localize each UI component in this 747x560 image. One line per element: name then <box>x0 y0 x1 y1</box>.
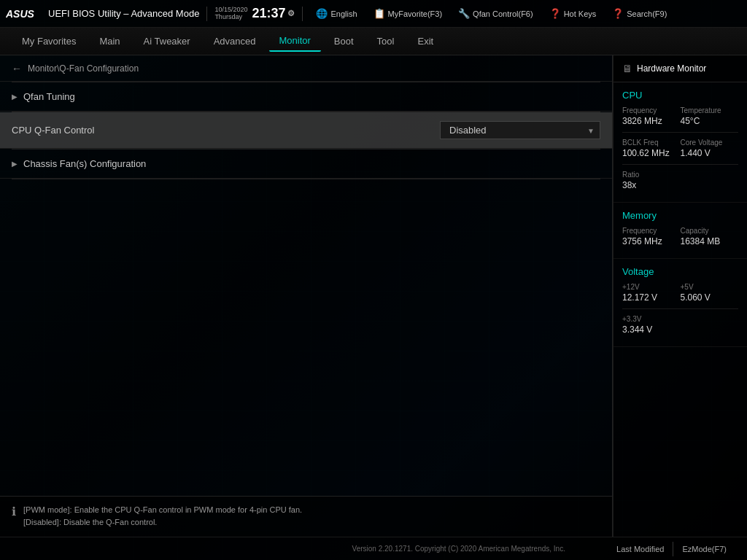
breadcrumb: ← Monitor\Q-Fan Configuration <box>0 55 612 82</box>
mem-freq-label: Frequency <box>622 227 681 235</box>
cpu-ratio-value: 38x <box>622 180 738 190</box>
settings-icon[interactable]: ⚙ <box>287 9 295 18</box>
expand-icon-qfan: ▶ <box>12 93 18 101</box>
svg-text:ASUS: ASUS <box>6 8 35 20</box>
nav-advanced[interactable]: Advanced <box>204 31 266 51</box>
nav-myfavorites[interactable]: My Favorites <box>12 31 86 51</box>
cpu-voltage-value: 1.440 V <box>681 148 739 158</box>
voltage-section-title: Voltage <box>622 266 738 277</box>
nav-exit[interactable]: Exit <box>407 31 444 51</box>
right-panel: 🖥 Hardware Monitor CPU Frequency 3826 MH… <box>613 55 747 537</box>
info-text: [PWM mode]: Enable the CPU Q-Fan control… <box>23 504 302 529</box>
divider-2 <box>302 7 303 21</box>
qfan-tuning-item[interactable]: ▶ Qfan Tuning <box>0 82 612 112</box>
cpu-qfan-dropdown[interactable]: Disabled PWM Mode DC Mode Auto <box>440 121 600 139</box>
mem-freq-value: 3756 MHz <box>622 236 681 246</box>
cpu-voltage-label: Core Voltage <box>681 139 739 147</box>
cpu-bclk-label: BCLK Freq <box>622 139 681 147</box>
top-bar: ASUS UEFI BIOS Utility – Advanced Mode 1… <box>0 0 747 28</box>
v12-label: +12V <box>622 283 681 291</box>
asus-logo: ASUS <box>6 7 41 20</box>
mem-cap-value: 16384 MB <box>681 236 739 246</box>
cpu-qfan-control: Disabled PWM Mode DC Mode Auto <box>440 121 600 139</box>
cpu-divider2 <box>622 164 738 165</box>
date-display: 10/15/2020 Thursday <box>214 7 247 21</box>
voltage-divider <box>622 308 738 309</box>
globe-icon: 🌐 <box>316 8 328 19</box>
qfan-btn[interactable]: 🔧 Qfan Control(F6) <box>452 6 539 21</box>
cpu-voltage-col: Core Voltage 1.440 V <box>681 139 739 158</box>
cpu-freq-label: Frequency <box>622 106 681 114</box>
mem-freq-col: Frequency 3756 MHz <box>622 227 681 246</box>
nav-main[interactable]: Main <box>89 31 130 51</box>
dropdown-wrapper: Disabled PWM Mode DC Mode Auto <box>440 121 600 139</box>
chassis-fan-label: Chassis Fan(s) Configuration <box>23 158 146 169</box>
cpu-section-title: CPU <box>622 90 738 101</box>
mem-freq-row: Frequency 3756 MHz Capacity 16384 MB <box>622 227 738 246</box>
asus-logo-image: ASUS <box>6 7 41 20</box>
cpu-ratio-label: Ratio <box>622 171 738 179</box>
cpu-ratio-col: Ratio 38x <box>622 171 738 190</box>
cpu-ratio-row: Ratio 38x <box>622 171 738 190</box>
v12-value: 12.172 V <box>622 292 681 303</box>
cpu-temp-value: 45°C <box>681 116 739 126</box>
monitor-icon: 🖥 <box>622 63 632 74</box>
ezmode-btn[interactable]: EzMode(F7) <box>673 542 735 556</box>
cpu-qfan-control-item[interactable]: CPU Q-Fan Control Disabled PWM Mode DC M… <box>0 112 612 149</box>
v33-col: +3.3V 3.344 V <box>622 315 738 335</box>
hotkeys-btn[interactable]: ❓ Hot Keys <box>543 6 603 21</box>
mem-cap-label: Capacity <box>681 227 739 235</box>
nav-aitweaker[interactable]: Ai Tweaker <box>133 31 201 51</box>
v33-value: 3.344 V <box>622 324 738 335</box>
divider-1 <box>206 7 207 21</box>
nav-boot[interactable]: Boot <box>324 31 364 51</box>
cpu-divider <box>622 132 738 133</box>
back-arrow-icon[interactable]: ← <box>12 63 22 74</box>
time-display: 21:37 ⚙ <box>252 7 295 21</box>
cpu-temp-col: Temperature 45°C <box>681 106 739 126</box>
hotkeys-icon: ❓ <box>549 8 561 19</box>
chassis-fan-item[interactable]: ▶ Chassis Fan(s) Configuration <box>0 149 612 179</box>
mem-cap-col: Capacity 16384 MB <box>681 227 739 246</box>
favorite-icon: 📋 <box>374 8 385 19</box>
expand-icon-chassis: ▶ <box>12 160 18 168</box>
v33-row: +3.3V 3.344 V <box>622 315 738 335</box>
version-text: Version 2.20.1271. Copyright (C) 2020 Am… <box>310 545 608 553</box>
qfan-tuning-label: Qfan Tuning <box>23 91 75 102</box>
cpu-bclk-value: 100.62 MHz <box>622 148 681 158</box>
cpu-freq-value: 3826 MHz <box>622 116 681 126</box>
info-bar: ℹ [PWM mode]: Enable the CPU Q-Fan contr… <box>0 496 612 537</box>
cpu-bclk-col: BCLK Freq 100.62 MHz <box>622 139 681 158</box>
content-spacer <box>0 179 612 496</box>
last-modified-btn[interactable]: Last Modified <box>608 542 673 556</box>
nav-tool[interactable]: Tool <box>367 31 405 51</box>
content-area: ← Monitor\Q-Fan Configuration ▶ Qfan Tun… <box>0 55 747 537</box>
left-panel: ← Monitor\Q-Fan Configuration ▶ Qfan Tun… <box>0 55 613 537</box>
cpu-section: CPU Frequency 3826 MHz Temperature 45°C … <box>614 82 747 203</box>
v12-row: +12V 12.172 V +5V 5.060 V <box>622 283 738 303</box>
v33-label: +3.3V <box>622 315 738 323</box>
memory-section-title: Memory <box>622 210 738 221</box>
cpu-qfan-label: CPU Q-Fan Control <box>12 125 94 136</box>
voltage-section: Voltage +12V 12.172 V +5V 5.060 V +3.3V <box>614 259 747 347</box>
hw-monitor-header: 🖥 Hardware Monitor <box>614 55 747 82</box>
search-btn[interactable]: ❓ Search(F9) <box>606 6 673 21</box>
info-icon: ℹ <box>12 505 16 518</box>
v12-col: +12V 12.172 V <box>622 283 681 303</box>
v5-col: +5V 5.060 V <box>681 283 739 303</box>
cpu-freq-row: Frequency 3826 MHz Temperature 45°C <box>622 106 738 126</box>
main-nav: My Favorites Main Ai Tweaker Advanced Mo… <box>0 28 747 55</box>
bottom-right-buttons: Last Modified EzMode(F7) <box>608 542 735 556</box>
v5-label: +5V <box>681 283 739 291</box>
breadcrumb-text: Monitor\Q-Fan Configuration <box>28 63 139 74</box>
hw-monitor-title: Hardware Monitor <box>637 63 706 74</box>
cpu-bclk-row: BCLK Freq 100.62 MHz Core Voltage 1.440 … <box>622 139 738 158</box>
qfan-icon: 🔧 <box>458 8 470 19</box>
nav-monitor[interactable]: Monitor <box>269 31 321 52</box>
english-btn[interactable]: 🌐 English <box>310 6 363 21</box>
cpu-temp-label: Temperature <box>681 106 739 114</box>
myfavorite-btn[interactable]: 📋 MyFavorite(F3) <box>368 6 449 21</box>
v5-value: 5.060 V <box>681 292 739 303</box>
bios-title: UEFI BIOS Utility – Advanced Mode <box>48 8 199 19</box>
bottom-bar: Version 2.20.1271. Copyright (C) 2020 Am… <box>0 537 747 560</box>
